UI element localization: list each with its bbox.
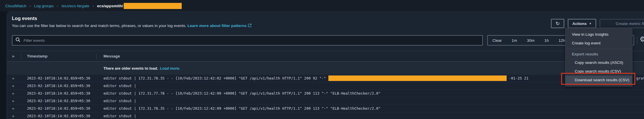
- breadcrumb-separator: ›: [92, 3, 94, 8]
- menu-divider: [565, 49, 632, 49]
- column-header-message: Message: [103, 54, 120, 58]
- breadcrumb-item-log-groups[interactable]: Log groups: [34, 4, 54, 8]
- expand-caret-icon[interactable]: ▶: [12, 92, 14, 95]
- breadcrumb-item-current: ecs/appsmith/: [97, 4, 123, 8]
- description-text: You can use the filter bar below to sear…: [12, 24, 186, 28]
- menu-item-copy-search-results-csv[interactable]: Copy search results (CSV): [565, 67, 632, 76]
- log-message: editor stdout |: [103, 114, 136, 118]
- log-timestamp: 2023-02-10T18:14:02.859+05:30: [27, 76, 90, 80]
- expand-caret-icon[interactable]: ▶: [12, 100, 14, 102]
- refresh-button[interactable]: ↻: [551, 19, 564, 28]
- time-range-1h[interactable]: 1h: [544, 38, 549, 43]
- expand-caret-icon[interactable]: ▶: [12, 107, 14, 110]
- menu-item-download-search-results-csv[interactable]: Download search results (CSV): [565, 76, 632, 84]
- breadcrumb-item-ecs-fargate[interactable]: /ecs/ecs-fargate: [61, 4, 89, 8]
- log-message: editor stdout |: [103, 99, 136, 103]
- load-more-row: There are older events to load. Load mor…: [7, 62, 644, 74]
- column-divider: [21, 53, 21, 60]
- time-range-30m[interactable]: 30m: [527, 38, 534, 43]
- breadcrumb-item-cloudwatch[interactable]: CloudWatch: [5, 4, 26, 8]
- log-message: editor stdout | 172.31.77.78 - - [10/Feb…: [103, 91, 381, 95]
- time-range-12h[interactable]: 12h: [559, 38, 565, 43]
- gear-icon[interactable]: ⚙: [640, 35, 644, 43]
- log-event-row[interactable]: ▶ 2023-02-10T18:14:02.859+05:30 editor s…: [7, 89, 644, 97]
- log-event-row[interactable]: ▶ 2023-02-10T18:14:02.859+05:30 editor s…: [7, 74, 644, 82]
- learn-more-link[interactable]: Learn more about filter patterns: [188, 24, 252, 28]
- column-divider: [97, 53, 97, 60]
- refresh-icon: ↻: [556, 21, 560, 27]
- toolbar-divider: [637, 37, 637, 44]
- log-rows: There are older events to load. Load mor…: [7, 62, 644, 119]
- column-header-timestamp: Timestamp: [27, 54, 48, 58]
- log-event-row[interactable]: ▶ 2023-02-10T18:14:02.859+05:30 editor s…: [7, 112, 644, 119]
- older-events-text: There are older events to load.: [103, 66, 158, 71]
- table-header: ▶ Timestamp Message: [7, 51, 644, 62]
- filter-events-box: [12, 35, 483, 46]
- log-event-row[interactable]: ▶ 2023-02-10T18:14:02.859+05:30 editor s…: [7, 97, 644, 104]
- log-events-panel: Log events You can use the filter bar be…: [7, 12, 644, 119]
- actions-menu: View in Logs Insights Create log event E…: [565, 28, 632, 86]
- caret-up-icon: ▲: [589, 22, 592, 25]
- actions-button-label: Actions: [572, 21, 587, 26]
- filter-events-input[interactable]: [23, 38, 479, 43]
- expand-caret-icon[interactable]: ▶: [12, 84, 14, 87]
- expand-caret-icon[interactable]: ▶: [12, 115, 14, 118]
- log-message: editor stdout |: [103, 84, 136, 88]
- log-event-row[interactable]: ▶ 2023-02-10T18:14:02.859+05:30 editor s…: [7, 104, 644, 112]
- panel-description: You can use the filter bar below to sear…: [12, 24, 252, 28]
- menu-section-export-results: Export results: [565, 50, 632, 58]
- expand-caret-icon[interactable]: ▶: [12, 77, 14, 80]
- expand-caret-icon: ▶: [12, 55, 15, 58]
- menu-item-copy-search-results-ascii[interactable]: Copy search results (ASCII): [565, 58, 632, 67]
- search-icon: [15, 37, 21, 44]
- breadcrumb-separator: ›: [30, 3, 31, 8]
- external-link-icon: [248, 24, 252, 28]
- log-event-row[interactable]: ▶ 2023-02-10T18:14:02.859+05:30 editor s…: [7, 82, 644, 89]
- log-timestamp: 2023-02-10T18:14:02.859+05:30: [27, 84, 90, 88]
- page-title: Log events: [12, 16, 37, 21]
- redaction-block: [328, 75, 507, 81]
- time-range-1m[interactable]: 1m: [512, 38, 517, 43]
- redaction-block: [124, 3, 182, 9]
- menu-item-view-in-logs-insights[interactable]: View in Logs Insights: [565, 30, 632, 39]
- create-metric-filter-label: Create metric filter: [616, 21, 644, 26]
- log-timestamp: 2023-02-10T18:14:02.859+05:30: [27, 91, 90, 95]
- create-metric-filter-button[interactable]: Create metric filter: [600, 19, 644, 28]
- log-message: editor stdout | 172.31.78.35 - - [10/Feb…: [103, 75, 644, 81]
- breadcrumb: CloudWatch › Log groups › /ecs/ecs-farga…: [0, 0, 644, 12]
- breadcrumb-separator: ›: [57, 3, 58, 8]
- log-timestamp: 2023-02-10T18:14:02.859+05:30: [27, 106, 90, 111]
- log-timestamp: 2023-02-10T18:14:02.859+05:30: [27, 114, 90, 118]
- menu-item-create-log-event[interactable]: Create log event: [565, 39, 632, 48]
- actions-button[interactable]: Actions ▲: [568, 19, 596, 28]
- log-timestamp: 2023-02-10T18:14:02.859+05:30: [27, 99, 90, 103]
- load-more-link[interactable]: Load more.: [160, 66, 180, 71]
- time-range-clear[interactable]: Clear: [492, 38, 502, 43]
- log-message: editor stdout | 172.31.78.35 - - [10/Feb…: [103, 106, 381, 111]
